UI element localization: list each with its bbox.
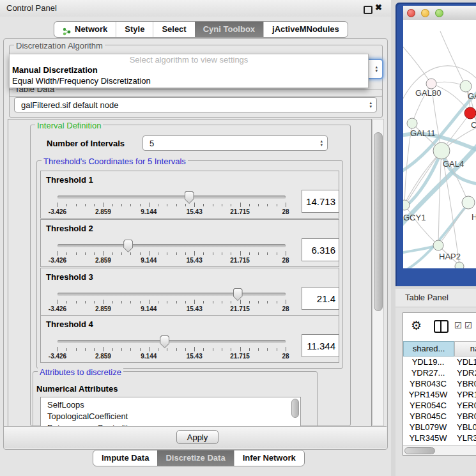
- list-item[interactable]: TopologicalCoefficient: [41, 411, 300, 422]
- tab[interactable]: Infer Network: [234, 450, 304, 466]
- tab[interactable]: Cyni Toolbox: [195, 22, 263, 37]
- table-hscrollbar-track[interactable]: [403, 445, 476, 456]
- slider-tick: [140, 348, 141, 351]
- slider-tick: [213, 348, 213, 351]
- slider-tick: [185, 252, 186, 255]
- tab[interactable]: Style: [116, 22, 153, 37]
- network-node[interactable]: [433, 240, 443, 250]
- slider-tick: [222, 252, 222, 255]
- node-label: H: [472, 212, 476, 222]
- threshold-slider[interactable]: -3.4262.8599.14415.4321.71528: [58, 337, 286, 362]
- checkbox-icon[interactable]: ☑: [464, 321, 472, 330]
- slider-tick: [277, 301, 277, 303]
- slider-tick: [277, 348, 277, 351]
- tick-label: 28: [282, 305, 289, 312]
- network-node[interactable]: [462, 196, 475, 209]
- slider-tick: [85, 252, 86, 255]
- threshold-slider[interactable]: -3.4262.8599.14415.4321.71528: [58, 290, 286, 314]
- threshold-label: Threshold 1: [46, 175, 93, 185]
- table-hscrollbar-thumb[interactable]: [404, 447, 435, 454]
- minimize-traffic-light-icon[interactable]: [421, 9, 429, 17]
- slider-tick: [140, 204, 141, 206]
- apply-button[interactable]: Apply: [176, 430, 219, 444]
- network-view-window: GAL80GACGAL11GAL4GCY1HHAP2: [395, 3, 476, 286]
- threshold-value-field[interactable]: 6.316: [302, 238, 339, 261]
- slider-tick: [130, 348, 131, 351]
- table-row[interactable]: YBR043C YBR043C: [403, 379, 476, 390]
- attribute-items: SelfLoopsTopologicalCoefficientBetweenne…: [41, 397, 300, 427]
- threshold-value-field[interactable]: 11.344: [302, 334, 339, 357]
- checkbox-icon[interactable]: ☑: [454, 321, 462, 330]
- slider-tick-labels: -3.4262.8599.14415.4321.71528: [58, 353, 286, 360]
- network-node[interactable]: [433, 142, 450, 159]
- slider-tick: [213, 204, 213, 206]
- list-scrollbar[interactable]: [291, 399, 299, 418]
- slider-tick: [103, 347, 104, 351]
- slider-track[interactable]: [58, 244, 286, 247]
- tick-label: 28: [282, 208, 289, 215]
- table-row[interactable]: YDR27... YDR27...: [403, 368, 476, 379]
- number-of-intervals-label: Number of Intervals: [47, 139, 125, 148]
- numerical-attributes-list[interactable]: SelfLoopsTopologicalCoefficientBetweenne…: [40, 397, 301, 427]
- slider-tick: [167, 204, 167, 206]
- list-item[interactable]: SelfLoops: [41, 399, 300, 411]
- zoom-traffic-light-icon[interactable]: [435, 9, 443, 17]
- slider-tick: [194, 300, 195, 304]
- network-node[interactable]: [426, 79, 436, 89]
- slider-track[interactable]: [58, 293, 286, 296]
- slider-ticks: [58, 250, 286, 256]
- control-panel-titlebar: Control Panel ✖: [0, 0, 391, 17]
- threshold-slider[interactable]: -3.4262.8599.14415.4321.71528: [58, 242, 286, 266]
- table-row[interactable]: YBL079W YBL079W: [403, 422, 476, 433]
- number-of-intervals-combobox[interactable]: 5 ▴▾: [142, 135, 328, 151]
- network-node[interactable]: [403, 200, 410, 210]
- tab[interactable]: Impute Data: [93, 450, 157, 466]
- threshold-slider[interactable]: -3.4262.8599.14415.4321.71528: [58, 193, 286, 217]
- table-row[interactable]: YLR345W YLR345W: [403, 433, 476, 444]
- slider-tick: [194, 203, 195, 207]
- close-traffic-light-icon[interactable]: [407, 9, 415, 17]
- network-canvas[interactable]: GAL80GACGAL11GAL4GCY1HHAP2: [403, 20, 476, 268]
- slider-track[interactable]: [58, 196, 286, 199]
- slider-tick: [66, 348, 67, 351]
- combo-arrows-icon: ▴▾: [320, 139, 323, 147]
- tab[interactable]: Select: [153, 22, 194, 37]
- network-node[interactable]: [460, 81, 472, 92]
- tab[interactable]: jActiveMNodules: [263, 22, 348, 37]
- float-window-icon[interactable]: [364, 6, 372, 14]
- threshold-label: Threshold 2: [46, 224, 93, 233]
- table-panel-body: ⚙ ☑ ☑ shared... na YDL19... YDL19... YDR…: [395, 307, 476, 476]
- slider-tick: [121, 204, 122, 206]
- show-columns-icon[interactable]: [434, 320, 449, 333]
- tab[interactable]: Network: [54, 22, 116, 37]
- slider-tick: [140, 301, 141, 303]
- algorithm-option[interactable]: Equal Width/Frequency Discretization: [10, 76, 368, 87]
- slider-tick: [213, 252, 213, 255]
- network-node[interactable]: [464, 107, 476, 119]
- column-header-name[interactable]: na: [454, 341, 476, 357]
- table-row[interactable]: YPR145W YPR145W: [403, 390, 476, 401]
- slider-tick: [76, 204, 77, 206]
- threshold-value-field[interactable]: 21.4: [302, 287, 339, 310]
- slider-track[interactable]: [58, 340, 286, 343]
- close-icon[interactable]: ✖: [375, 3, 382, 12]
- table-data-value: galFiltered.sif default node: [21, 100, 118, 110]
- network-node[interactable]: [455, 262, 464, 268]
- table-row[interactable]: YBR045C YBR045C: [403, 411, 476, 422]
- column-header-shared-name[interactable]: shared...: [403, 341, 454, 357]
- pane-scrollbar-track[interactable]: [372, 119, 384, 426]
- slider-tick: [267, 301, 268, 303]
- pane-scrollbar-thumb[interactable]: [374, 132, 383, 311]
- table-data-combobox[interactable]: galFiltered.sif default node ▴▾: [14, 97, 377, 112]
- threshold-value-field[interactable]: 14.713: [302, 190, 339, 213]
- tab[interactable]: Discretize Data: [157, 450, 233, 466]
- table-row[interactable]: YER054C YER054C: [403, 401, 476, 411]
- network-node[interactable]: [407, 118, 417, 128]
- gear-icon[interactable]: ⚙: [411, 318, 422, 333]
- table-row[interactable]: YDL19... YDL19...: [403, 357, 476, 368]
- slider-tick: [58, 251, 58, 256]
- tick-label: 21.715: [230, 208, 250, 215]
- tick-label: 15.43: [187, 353, 203, 360]
- slider-tick: [112, 348, 113, 351]
- algorithm-option[interactable]: Manual Discretization: [10, 65, 368, 76]
